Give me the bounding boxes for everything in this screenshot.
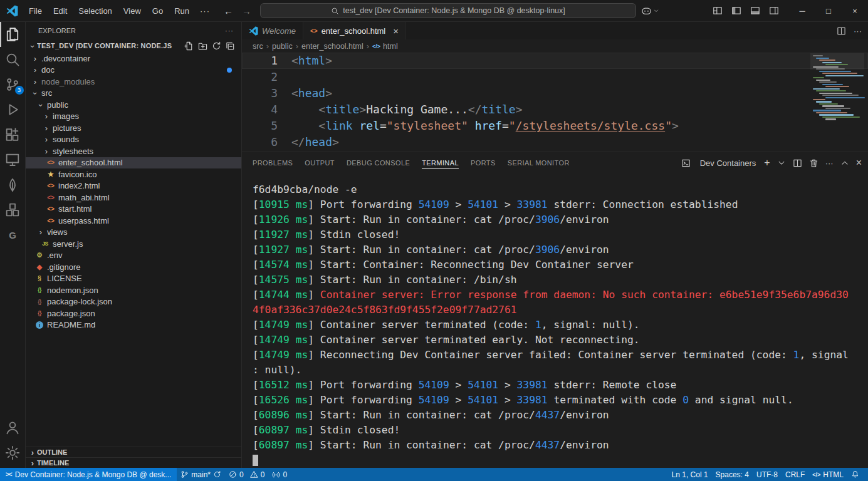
close-tab-icon[interactable]: × xyxy=(393,26,399,36)
cursor-position[interactable]: Ln 1, Col 1 xyxy=(668,468,712,481)
panel-tab-debug-console[interactable]: DEBUG CONSOLE xyxy=(347,152,410,173)
ports-status[interactable]: 0 xyxy=(268,468,291,481)
tree-item-license[interactable]: §LICENSE xyxy=(26,273,241,285)
tree-item-sounds[interactable]: ›sounds xyxy=(26,134,241,146)
panel-tab-output[interactable]: OUTPUT xyxy=(305,152,335,173)
panel-tab-ports[interactable]: PORTS xyxy=(471,152,496,173)
account-icon[interactable] xyxy=(0,415,26,440)
mongodb-icon[interactable] xyxy=(0,172,26,197)
tree-item-pictures[interactable]: ›pictures xyxy=(26,122,241,134)
toggle-sidebar-icon[interactable] xyxy=(731,6,741,16)
minimize-button[interactable]: ─ xyxy=(789,0,815,21)
tree-item-views[interactable]: ›views xyxy=(26,227,241,239)
maximize-panel-icon[interactable] xyxy=(840,158,849,167)
new-file-icon[interactable] xyxy=(184,41,194,51)
command-center[interactable]: test_dev [Dev Container: Node.js & Mongo… xyxy=(260,3,636,18)
tree-item-images[interactable]: ›images xyxy=(26,111,241,123)
run-debug-icon[interactable] xyxy=(0,97,26,122)
split-terminal-icon[interactable] xyxy=(793,158,802,168)
panel-more-icon[interactable]: ··· xyxy=(825,158,834,168)
kill-terminal-icon[interactable] xyxy=(809,158,818,168)
language-status[interactable]: </> HTML xyxy=(808,468,847,481)
extensions-icon[interactable] xyxy=(0,122,26,147)
tree-item-package-json[interactable]: {}package.json xyxy=(26,308,241,319)
gitlens-icon[interactable]: G xyxy=(0,222,26,247)
tree-item-start-html[interactable]: <>start.html xyxy=(26,204,241,215)
terminal-profile-label[interactable]: Dev Containers xyxy=(700,158,756,168)
toggle-panel-icon[interactable] xyxy=(750,6,760,16)
more-actions-icon[interactable]: ··· xyxy=(854,26,862,36)
tree-item-doc[interactable]: ›doc xyxy=(26,65,241,76)
tree-item-package-lock-json[interactable]: {}package-lock.json xyxy=(26,296,241,308)
tree-item-gitignore[interactable]: ◆.gitignore xyxy=(26,261,241,273)
minimap[interactable] xyxy=(813,54,862,121)
breadcrumb-src[interactable]: src xyxy=(253,42,263,51)
tree-item-stylesheets[interactable]: ›stylesheets xyxy=(26,145,241,157)
section-timeline[interactable]: ›TIMELINE xyxy=(26,457,241,468)
panel-tab-terminal[interactable]: TERMINAL xyxy=(422,152,459,173)
tree-item-src[interactable]: ›src xyxy=(26,88,241,100)
menu-view[interactable]: View xyxy=(118,0,147,21)
explorer-section-header[interactable]: › TEST_DEV [DEV CONTAINER: NODE.JS & MON… xyxy=(26,39,241,53)
encoding-status[interactable]: UTF-8 xyxy=(753,468,782,481)
settings-icon[interactable] xyxy=(0,440,26,465)
panel-tab-problems[interactable]: PROBLEMS xyxy=(253,152,293,173)
collapse-all-icon[interactable] xyxy=(226,41,235,51)
remote-indicator[interactable]: >< Dev Container: Node.js & Mongo DB @ d… xyxy=(0,468,177,481)
terminal-dropdown-icon[interactable] xyxy=(777,158,786,167)
tree-item-favicon-ico[interactable]: ★favicon.ico xyxy=(26,168,241,180)
tree-item-public[interactable]: ›public xyxy=(26,99,241,111)
source-control-icon[interactable]: 3 xyxy=(0,72,26,97)
problems-status[interactable]: 0 0 xyxy=(225,468,268,481)
tree-item-devcontainer[interactable]: ›.devcontainer xyxy=(26,53,241,65)
menu-go[interactable]: Go xyxy=(147,0,169,21)
eol-status[interactable]: CRLF xyxy=(782,468,808,481)
sidebar-more-icon[interactable]: ··· xyxy=(225,27,234,34)
new-folder-icon[interactable] xyxy=(198,41,207,51)
containers-icon[interactable] xyxy=(0,197,26,222)
breadcrumb-html[interactable]: </>html xyxy=(372,42,398,51)
section-outline[interactable]: ›OUTLINE xyxy=(26,447,241,457)
terminal[interactable]: f6d4b9cba/node -e[10915 ms] Port forward… xyxy=(242,173,868,468)
back-icon[interactable]: ← xyxy=(224,6,233,16)
copilot-menu[interactable] xyxy=(641,6,659,16)
tab-enter-school-html[interactable]: <>enter_school.html× xyxy=(303,22,406,39)
close-window-button[interactable]: × xyxy=(842,0,868,21)
breadcrumb-enter-school-html[interactable]: enter_school.html xyxy=(301,42,363,51)
branch-status[interactable]: main* xyxy=(177,468,225,481)
forward-icon[interactable]: → xyxy=(242,6,251,16)
remote-explorer-icon[interactable] xyxy=(0,147,26,172)
search-icon[interactable] xyxy=(0,47,26,72)
terminal-text-segment: 4437 xyxy=(535,439,560,451)
tab-welcome[interactable]: Welcome xyxy=(242,22,303,39)
tree-item-node-modules[interactable]: ›node_modules xyxy=(26,76,241,88)
tree-item-math-abi-html[interactable]: <>math_abi.html xyxy=(26,192,241,204)
maximize-button[interactable]: □ xyxy=(815,0,842,21)
close-panel-icon[interactable]: × xyxy=(856,157,862,168)
files-icon[interactable] xyxy=(0,22,26,47)
menu-file[interactable]: File xyxy=(23,0,48,21)
tree-item-nodemon-json[interactable]: {}nodemon.json xyxy=(26,284,241,296)
breadcrumb-public[interactable]: public xyxy=(272,42,293,51)
menu-edit[interactable]: Edit xyxy=(48,0,73,21)
code-editor[interactable]: 1<html>23<head>4 <title>Hacking Game...<… xyxy=(242,53,868,150)
modified-dot-icon xyxy=(227,68,232,73)
menu-selection[interactable]: Selection xyxy=(73,0,117,21)
menu-run[interactable]: Run xyxy=(169,0,195,21)
tree-item-userpass-html[interactable]: <>userpass.html xyxy=(26,215,241,227)
customize-layout-icon[interactable] xyxy=(713,6,723,16)
menu-overflow-icon[interactable]: ··· xyxy=(195,6,215,16)
tree-item-env[interactable]: ⚙.env xyxy=(26,250,241,262)
tree-item-readme-md[interactable]: iREADME.md xyxy=(26,319,241,331)
split-editor-icon[interactable] xyxy=(837,26,846,36)
tree-item-index2-html[interactable]: <>index2.html xyxy=(26,180,241,192)
indentation-status[interactable]: Spaces: 4 xyxy=(712,468,753,481)
toggle-secondary-sidebar-icon[interactable] xyxy=(769,6,779,16)
panel-tab-serial-monitor[interactable]: SERIAL MONITOR xyxy=(508,152,570,173)
notifications-status[interactable] xyxy=(847,468,863,481)
tree-item-enter-school-html[interactable]: <>enter_school.html xyxy=(26,157,241,169)
layout-controls xyxy=(713,6,779,16)
refresh-icon[interactable] xyxy=(212,41,221,51)
tree-item-server-js[interactable]: JSserver.js xyxy=(26,238,241,250)
new-terminal-icon[interactable]: + xyxy=(764,157,770,168)
